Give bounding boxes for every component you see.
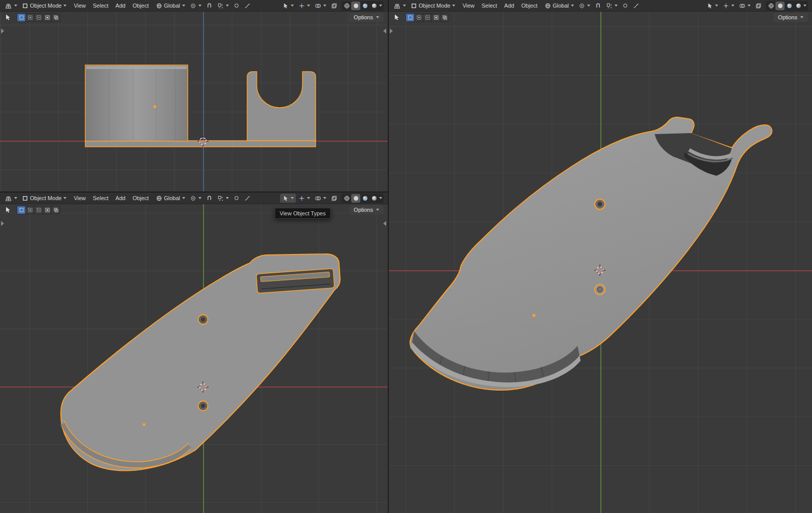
mount-hole-upper[interactable] bbox=[198, 315, 208, 325]
viewport-top-left[interactable]: Object Mode View Select Add Object Globa… bbox=[0, 0, 388, 191]
snap-toggle[interactable] bbox=[204, 194, 215, 203]
sidebar-expand-arrow[interactable] bbox=[383, 221, 386, 226]
editor-type-button[interactable] bbox=[3, 1, 19, 10]
active-tool-button[interactable] bbox=[391, 12, 401, 22]
cylinder-block[interactable] bbox=[85, 65, 188, 141]
menu-view[interactable]: View bbox=[70, 195, 89, 201]
pivot-point-dropdown[interactable] bbox=[188, 194, 204, 203]
snap-toggle[interactable] bbox=[204, 1, 215, 10]
transform-orientation-dropdown[interactable]: Global bbox=[154, 1, 187, 10]
menu-object[interactable]: Object bbox=[129, 3, 152, 9]
pivot-point-dropdown[interactable] bbox=[188, 1, 204, 10]
active-tool-button[interactable] bbox=[3, 205, 13, 215]
proportional-editing-toggle[interactable] bbox=[231, 1, 242, 10]
proportional-editing-toggle[interactable] bbox=[231, 194, 242, 203]
selected-object-front[interactable] bbox=[85, 65, 316, 147]
gizmos-dropdown[interactable] bbox=[296, 194, 312, 203]
object-types-visibility-dropdown[interactable] bbox=[280, 1, 296, 10]
sidebar-expand-arrow[interactable] bbox=[383, 28, 386, 34]
shading-wireframe-button[interactable] bbox=[766, 2, 775, 10]
shading-material-button[interactable] bbox=[360, 194, 369, 203]
mode-dropdown[interactable]: Object Mode bbox=[20, 1, 69, 10]
editor-type-button[interactable] bbox=[3, 194, 19, 203]
blender-window: Object Mode View Select Add Object Globa… bbox=[0, 0, 812, 513]
chevron-down-icon bbox=[226, 197, 229, 199]
select-mode-set-button[interactable] bbox=[17, 206, 25, 214]
mode-dropdown[interactable]: Object Mode bbox=[20, 194, 69, 203]
select-mode-intersect-button[interactable] bbox=[441, 14, 449, 21]
xray-toggle[interactable] bbox=[329, 1, 340, 10]
select-mode-invert-button[interactable] bbox=[432, 14, 440, 21]
select-mode-invert-button[interactable] bbox=[43, 206, 51, 214]
shading-solid-button[interactable] bbox=[351, 194, 360, 203]
object-types-visibility-dropdown[interactable] bbox=[704, 1, 720, 10]
menu-add[interactable]: Add bbox=[112, 195, 129, 201]
select-mode-extend-button[interactable] bbox=[415, 14, 423, 21]
menu-add[interactable]: Add bbox=[501, 3, 518, 9]
menu-select[interactable]: Select bbox=[89, 3, 112, 9]
shading-solid-button[interactable] bbox=[351, 2, 360, 10]
options-dropdown[interactable]: Options bbox=[773, 13, 808, 22]
select-mode-subtract-button[interactable] bbox=[35, 14, 43, 21]
toolbar-expand-arrow[interactable] bbox=[390, 28, 393, 34]
select-mode-set-button[interactable] bbox=[17, 14, 25, 21]
select-mode-intersect-button[interactable] bbox=[52, 14, 60, 21]
shading-wireframe-button[interactable] bbox=[342, 2, 351, 10]
xray-toggle[interactable] bbox=[329, 194, 340, 203]
overlays-dropdown[interactable] bbox=[737, 1, 753, 10]
viewport-bottom-left[interactable]: Object Mode View Select Add Object Globa… bbox=[0, 193, 388, 513]
toolbar-expand-arrow[interactable] bbox=[1, 28, 4, 34]
options-dropdown[interactable]: Options bbox=[349, 205, 384, 214]
active-tool-button[interactable] bbox=[3, 12, 13, 22]
shading-wireframe-button[interactable] bbox=[342, 194, 351, 203]
snap-target-dropdown[interactable] bbox=[215, 1, 231, 10]
shading-material-button[interactable] bbox=[360, 2, 369, 10]
menu-object[interactable]: Object bbox=[518, 3, 541, 9]
select-mode-extend-button[interactable] bbox=[26, 14, 34, 21]
snap-toggle[interactable] bbox=[593, 1, 603, 10]
shading-rendered-button[interactable] bbox=[369, 194, 379, 203]
menu-add[interactable]: Add bbox=[112, 3, 129, 9]
viewport-right[interactable]: Object Mode View Select Add Object Globa… bbox=[389, 0, 812, 513]
gizmos-dropdown[interactable] bbox=[296, 1, 312, 10]
mount-hole-lower[interactable] bbox=[198, 401, 208, 411]
shading-solid-button[interactable] bbox=[775, 2, 785, 10]
proportional-editing-toggle[interactable] bbox=[620, 1, 630, 10]
proportional-falloff-dropdown[interactable] bbox=[242, 1, 253, 10]
selected-object-top[interactable] bbox=[61, 254, 340, 471]
mount-hole-upper[interactable] bbox=[595, 199, 605, 209]
mode-dropdown[interactable]: Object Mode bbox=[409, 1, 457, 10]
proportional-falloff-dropdown[interactable] bbox=[631, 1, 641, 10]
pivot-point-dropdown[interactable] bbox=[577, 1, 592, 10]
shading-rendered-button[interactable] bbox=[369, 2, 379, 10]
xray-toggle[interactable] bbox=[753, 1, 764, 10]
select-mode-invert-button[interactable] bbox=[43, 14, 51, 21]
overlays-dropdown[interactable] bbox=[313, 1, 328, 10]
select-mode-subtract-button[interactable] bbox=[423, 14, 431, 21]
menu-select[interactable]: Select bbox=[478, 3, 501, 9]
select-mode-subtract-button[interactable] bbox=[35, 206, 43, 214]
snap-target-dropdown[interactable] bbox=[215, 194, 231, 203]
transform-orientation-dropdown[interactable]: Global bbox=[154, 194, 187, 203]
select-mode-intersect-button[interactable] bbox=[52, 206, 60, 214]
transform-orientation-dropdown[interactable]: Global bbox=[543, 1, 576, 10]
toolbar-expand-arrow[interactable] bbox=[1, 221, 4, 226]
u-bracket-front[interactable] bbox=[247, 72, 316, 141]
shading-rendered-button[interactable] bbox=[794, 2, 803, 10]
menu-view[interactable]: View bbox=[70, 3, 89, 9]
proportional-falloff-dropdown[interactable] bbox=[242, 194, 253, 203]
object-types-visibility-dropdown[interactable] bbox=[280, 194, 296, 203]
menu-select[interactable]: Select bbox=[89, 195, 112, 201]
menu-object[interactable]: Object bbox=[129, 195, 152, 201]
editor-type-button[interactable] bbox=[391, 1, 408, 10]
mount-hole-lower[interactable] bbox=[595, 284, 605, 295]
selected-object-zoom[interactable] bbox=[410, 117, 772, 390]
overlays-dropdown[interactable] bbox=[313, 194, 328, 203]
select-mode-set-button[interactable] bbox=[406, 14, 414, 21]
select-intersect-icon bbox=[443, 15, 447, 20]
select-mode-extend-button[interactable] bbox=[26, 206, 34, 214]
options-dropdown[interactable]: Options bbox=[349, 13, 384, 22]
gizmos-dropdown[interactable] bbox=[721, 1, 736, 10]
menu-view[interactable]: View bbox=[459, 3, 478, 9]
snap-target-dropdown[interactable] bbox=[604, 1, 620, 10]
